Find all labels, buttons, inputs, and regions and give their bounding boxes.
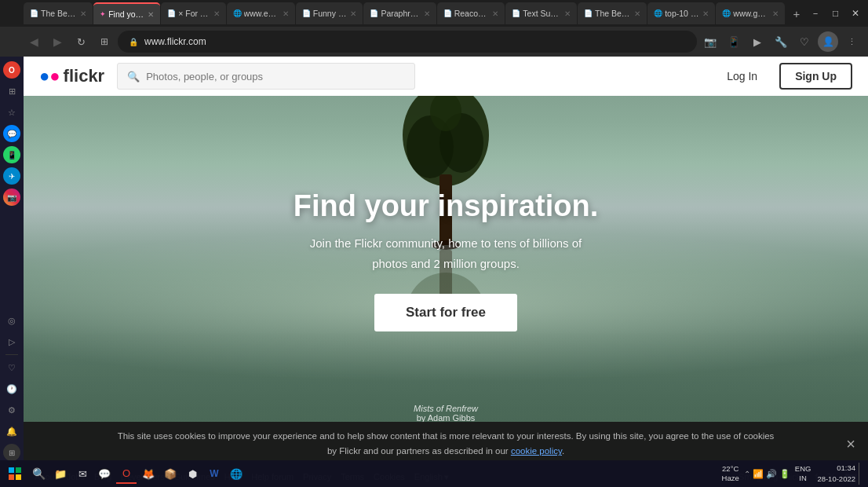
tab-bar: 📄 The Best li... ✕ ✦ Find your i... ✕ 📄 …	[0, 0, 868, 27]
signup-button[interactable]: Sign Up	[779, 63, 852, 90]
cookie-close-button[interactable]: ×	[846, 430, 855, 457]
tab-2[interactable]: ✦ Find your i... ✕	[93, 2, 160, 24]
user-account-icon[interactable]: 👤	[818, 31, 838, 52]
taskbar-mail[interactable]: ✉	[72, 463, 93, 484]
tab-label-1: The Best li...	[41, 9, 78, 18]
tab-3[interactable]: 📄 × For You - ✕	[161, 2, 225, 24]
taskbar-word[interactable]: W	[204, 463, 224, 484]
sidebar-discover-icon[interactable]: ◎	[3, 312, 20, 329]
sidebar-instagram-icon[interactable]: 📷	[3, 189, 20, 206]
tab-close-9[interactable]: ✕	[634, 9, 640, 18]
svg-rect-10	[16, 467, 21, 473]
address-bar[interactable]: 🔒 www.flickr.com	[118, 31, 697, 53]
search-input[interactable]	[146, 71, 405, 82]
tab-close-5[interactable]: ✕	[350, 9, 356, 18]
tab-favicon-10: 🌐	[654, 9, 662, 17]
clock-time: 01:34	[817, 463, 855, 474]
tab-label-3: × For You -	[178, 9, 210, 18]
login-button[interactable]: Log In	[717, 65, 767, 87]
cookie-policy-link[interactable]: cookie policy	[511, 446, 562, 456]
flickr-wordmark: flickr	[64, 66, 105, 86]
lang-code-bottom: IN	[795, 474, 811, 483]
home-button[interactable]: ⊞	[94, 31, 115, 52]
svg-rect-9	[9, 467, 14, 473]
sidebar-messenger-icon[interactable]: 💬	[3, 125, 20, 142]
tab-close-8[interactable]: ✕	[564, 9, 571, 18]
search-icon: 🔍	[127, 71, 140, 82]
flickr-dot-pink: ●	[49, 66, 60, 86]
taskbar-app8[interactable]: ⬢	[182, 463, 202, 484]
start-button[interactable]	[5, 463, 25, 484]
tab-10[interactable]: 🌐 top-10 Inn... ✕	[647, 2, 715, 24]
screenshot-icon[interactable]: 📱	[724, 31, 744, 52]
nav-menu-icon[interactable]: ▶	[747, 31, 768, 52]
tab-favicon-11: 🌐	[722, 9, 731, 17]
tab-close-7[interactable]: ✕	[492, 9, 498, 18]
new-tab-button[interactable]: +	[789, 4, 805, 23]
tab-close-10[interactable]: ✕	[702, 9, 709, 18]
tab-close-1[interactable]: ✕	[80, 9, 86, 18]
taskbar: 🔍 📁 ✉ 💬 O 🦊 📦 ⬢ W 🌐 22°C Haze ⌃ 📶 🔊 🔋 EN…	[0, 460, 868, 487]
language-indicator[interactable]: ENG IN	[795, 464, 811, 484]
extensions-icon[interactable]: 🔧	[771, 31, 791, 52]
sidebar-telegram-icon[interactable]: ✈	[3, 167, 20, 185]
hero-content: Find your inspiration. Join the Flickr c…	[24, 96, 868, 424]
browser-window: 📄 The Best li... ✕ ✦ Find your i... ✕ 📄 …	[0, 0, 868, 487]
tab-1[interactable]: 📄 The Best li... ✕	[24, 2, 93, 24]
taskbar-search[interactable]: 🔍	[28, 463, 49, 484]
start-free-button[interactable]: Start for free	[374, 294, 517, 331]
sidebar-notification-icon[interactable]: 🔔	[3, 423, 20, 440]
tab-close-3[interactable]: ✕	[213, 9, 220, 18]
close-button[interactable]: ✕	[846, 2, 865, 24]
weather-display: 22°C Haze	[722, 464, 739, 484]
tab-7[interactable]: 📄 Reacomer... ✕	[437, 2, 505, 24]
tab-favicon-4: 🌐	[233, 9, 242, 17]
tray-battery[interactable]: 🔋	[779, 469, 790, 479]
taskbar-messaging[interactable]: 💬	[94, 463, 115, 484]
search-bar[interactable]: 🔍	[117, 63, 415, 90]
hero-subtitle-2: photos and 2 million groups.	[372, 254, 520, 273]
sidebar-opera-icon[interactable]: O	[3, 61, 20, 79]
forward-button[interactable]: ▶	[47, 31, 67, 52]
profile-icon[interactable]: 📷	[700, 31, 720, 52]
tab-close-2[interactable]: ✕	[148, 10, 154, 19]
taskbar-files[interactable]: 📁	[50, 463, 71, 484]
tab-close-6[interactable]: ✕	[424, 9, 430, 18]
tray-network[interactable]: 📶	[753, 469, 764, 479]
tab-label-4: www.enga...	[244, 9, 280, 18]
tray-chevron[interactable]: ⌃	[744, 470, 750, 478]
tab-close-4[interactable]: ✕	[283, 9, 289, 18]
taskbar-app10[interactable]: 🌐	[226, 463, 246, 484]
tab-6[interactable]: 📄 Paraphrase... ✕	[363, 2, 436, 24]
sidebar-adblock-icon[interactable]: ▷	[3, 333, 20, 350]
tab-5[interactable]: 📄 Funny Pic... ✕	[296, 2, 363, 24]
sidebar-apps-icon[interactable]: ⊞	[3, 444, 20, 461]
tab-11[interactable]: 🌐 www.gnog... ✕	[716, 2, 784, 24]
tab-label-11: www.gnog...	[733, 9, 769, 18]
tab-8[interactable]: 📄 Text Summ... ✕	[505, 2, 577, 24]
bookmarks-icon[interactable]: ♡	[794, 31, 815, 52]
taskbar-firefox[interactable]: 🦊	[138, 463, 159, 484]
cookie-text: This site uses cookies to improve your e…	[118, 431, 775, 441]
maximize-button[interactable]: □	[826, 2, 845, 24]
lock-icon: 🔒	[129, 38, 138, 46]
taskbar-browser[interactable]: O	[116, 463, 137, 484]
tab-4[interactable]: 🌐 www.enga... ✕	[227, 2, 295, 24]
tab-9[interactable]: 📄 The Best li... ✕	[578, 2, 647, 24]
tray-volume[interactable]: 🔊	[766, 469, 777, 479]
sidebar-settings-icon[interactable]: ⚙	[3, 401, 20, 419]
show-desktop-button[interactable]	[859, 463, 863, 485]
sidebar-heart-icon[interactable]: ♡	[3, 359, 20, 376]
refresh-button[interactable]: ↻	[71, 31, 91, 52]
browser-menu-icon[interactable]: ⋮	[841, 31, 862, 52]
minimize-button[interactable]: －	[806, 2, 825, 24]
sidebar-tab-icon[interactable]: ⊞	[3, 82, 20, 100]
sidebar-history-icon[interactable]: 🕐	[3, 380, 20, 397]
sidebar-star-icon[interactable]: ☆	[3, 104, 20, 121]
tab-favicon-9: 📄	[584, 9, 593, 17]
flickr-logo[interactable]: ● ● flickr	[39, 66, 104, 86]
taskbar-amazon[interactable]: 📦	[160, 463, 181, 484]
tab-close-11[interactable]: ✕	[772, 9, 779, 18]
sidebar-whatsapp-icon[interactable]: 📱	[3, 146, 20, 163]
back-button[interactable]: ◀	[24, 31, 44, 52]
